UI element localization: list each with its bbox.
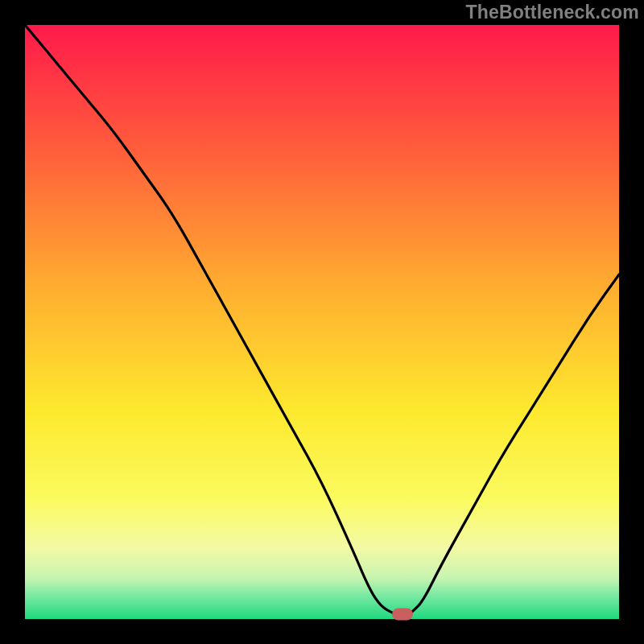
optimal-point-marker [392,609,413,621]
plot-area [25,25,619,619]
bottleneck-curve [25,25,619,619]
chart-frame: TheBottleneck.com [0,0,644,644]
watermark-text: TheBottleneck.com [465,2,639,23]
